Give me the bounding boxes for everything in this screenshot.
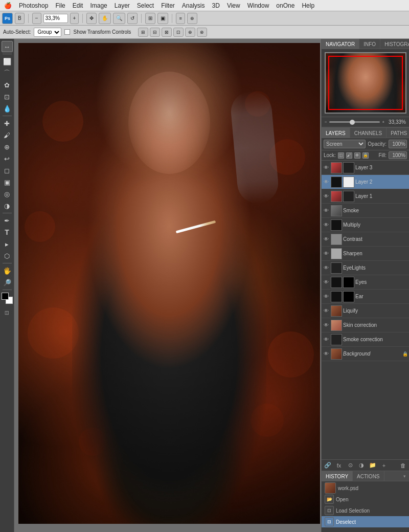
histogram-tab[interactable]: HISTOGRAM bbox=[380, 39, 409, 49]
zoom-thumb[interactable] bbox=[350, 120, 355, 125]
align-top-button[interactable]: ⊡ bbox=[173, 28, 184, 37]
layer-visibility-3[interactable]: 👁 bbox=[323, 164, 330, 171]
zoom-input[interactable]: 33,3% bbox=[43, 14, 68, 23]
crop-tool[interactable]: ⊡ bbox=[2, 91, 13, 102]
gradient-tool[interactable]: ▣ bbox=[2, 176, 13, 188]
layer-row[interactable]: 👁 Contrast bbox=[322, 232, 409, 247]
blur-tool[interactable]: ◎ bbox=[2, 188, 13, 199]
history-item[interactable]: ⊡ Load Selection bbox=[322, 505, 409, 516]
ps-logo-button[interactable]: Ps bbox=[2, 13, 13, 24]
layer-row[interactable]: 👁 Smoke bbox=[322, 204, 409, 218]
eyedropper-tool[interactable]: 💧 bbox=[2, 103, 13, 114]
path-selection-tool[interactable]: ▸ bbox=[2, 238, 13, 250]
layer-visibility-ear[interactable]: 👁 bbox=[323, 293, 330, 300]
hand-tool-button[interactable]: ✋ bbox=[99, 13, 111, 24]
layers-tab[interactable]: LAYERS bbox=[322, 128, 350, 138]
layer-row[interactable]: 👁 Layer 2 bbox=[322, 175, 409, 189]
menu-photoshop[interactable]: Photoshop bbox=[19, 2, 48, 9]
shape-tool[interactable]: ⬡ bbox=[2, 250, 13, 261]
quick-mask-button[interactable]: ◫ bbox=[2, 307, 13, 318]
history-item[interactable]: 📂 Open bbox=[322, 494, 409, 505]
channels-tab[interactable]: CHANNELS bbox=[350, 128, 387, 138]
menu-layer[interactable]: Layer bbox=[115, 2, 130, 9]
layer-visibility-2[interactable]: 👁 bbox=[323, 179, 330, 186]
foreground-color-swatch[interactable] bbox=[2, 293, 9, 300]
lock-position-icon[interactable]: ✥ bbox=[354, 152, 360, 159]
blend-mode-select[interactable]: Screen Normal Multiply Overlay Soft Ligh… bbox=[324, 140, 366, 148]
opacity-input[interactable]: 100% bbox=[389, 140, 407, 148]
layer-row[interactable]: 👁 Layer 3 bbox=[322, 161, 409, 175]
group-layers-button[interactable]: 📁 bbox=[369, 461, 377, 470]
eraser-tool[interactable]: ◻ bbox=[2, 165, 13, 176]
layer-row[interactable]: 👁 Liquify bbox=[322, 304, 409, 318]
menu-filter[interactable]: Filter bbox=[161, 2, 175, 9]
layer-row[interactable]: 👁 Skin correction bbox=[322, 318, 409, 332]
color-swatches[interactable] bbox=[2, 293, 13, 304]
clone-stamp-tool[interactable]: ⊕ bbox=[2, 141, 13, 152]
navigator-tab[interactable]: NAVIGATOR bbox=[322, 39, 359, 49]
lock-transparent-icon[interactable]: ◫ bbox=[338, 152, 344, 159]
dodge-tool[interactable]: ◑ bbox=[2, 200, 13, 211]
layer-row[interactable]: 👁 Multiply bbox=[322, 218, 409, 232]
align-right-button[interactable]: ⊠ bbox=[162, 28, 172, 37]
fill-input[interactable]: 100% bbox=[389, 151, 407, 159]
view-mode-button[interactable]: ⊞ bbox=[145, 13, 155, 24]
align-bottom-button[interactable]: ⊗ bbox=[197, 28, 207, 37]
tool-button-1[interactable]: B bbox=[15, 13, 25, 24]
history-item[interactable]: ⊟ Deselect bbox=[322, 516, 409, 527]
extra-button-1[interactable]: ≡ bbox=[176, 13, 185, 24]
paths-tab[interactable]: PATHS bbox=[387, 128, 409, 138]
menu-help[interactable]: Help bbox=[302, 2, 314, 9]
zoom-in-button[interactable]: + bbox=[70, 13, 79, 24]
lasso-tool[interactable]: ⌒ bbox=[2, 68, 13, 79]
zoom-out-button[interactable]: − bbox=[32, 13, 41, 24]
canvas-image[interactable] bbox=[18, 43, 320, 524]
layer-visibility-eyelights[interactable]: 👁 bbox=[323, 264, 330, 272]
layer-visibility-multiply[interactable]: 👁 bbox=[323, 221, 330, 229]
menu-file[interactable]: File bbox=[55, 2, 65, 9]
layer-mask-button[interactable]: ⊙ bbox=[346, 461, 354, 470]
move-tool-button[interactable]: ✥ bbox=[86, 13, 97, 24]
layer-visibility-eyes[interactable]: 👁 bbox=[323, 279, 330, 286]
move-tool[interactable]: ↔ bbox=[2, 41, 13, 52]
menu-window[interactable]: Window bbox=[247, 2, 269, 9]
brush-tool[interactable]: 🖌 bbox=[2, 129, 13, 141]
layer-style-button[interactable]: fx bbox=[335, 461, 343, 470]
layer-row[interactable]: 👁 Layer 1 bbox=[322, 189, 409, 204]
align-center-button[interactable]: ⊟ bbox=[150, 28, 160, 37]
auto-select-dropdown[interactable]: Group Layer bbox=[34, 28, 61, 37]
history-collapse[interactable]: ▾ bbox=[402, 471, 409, 481]
layer-row[interactable]: 👁 Background 🔒 bbox=[322, 347, 409, 361]
healing-brush-tool[interactable]: ✚ bbox=[2, 118, 13, 129]
rotate-tool-button[interactable]: ↺ bbox=[127, 13, 138, 24]
extra-button-2[interactable]: ⊕ bbox=[187, 13, 197, 24]
quick-select-tool[interactable]: ✿ bbox=[2, 79, 13, 91]
zoom-slider[interactable] bbox=[329, 121, 380, 123]
layer-row[interactable]: 👁 Ear bbox=[322, 290, 409, 304]
transform-checkbox[interactable] bbox=[64, 29, 70, 35]
layer-visibility-sharpen[interactable]: 👁 bbox=[323, 250, 330, 257]
menu-edit[interactable]: Edit bbox=[73, 2, 83, 9]
layer-visibility-liquify[interactable]: 👁 bbox=[323, 307, 330, 315]
layer-row[interactable]: 👁 Smoke correction bbox=[322, 332, 409, 347]
pen-tool[interactable]: ✒ bbox=[2, 215, 13, 226]
apple-menu[interactable]: 🍎 bbox=[4, 2, 12, 9]
screen-mode-button[interactable]: ▣ bbox=[157, 13, 168, 24]
align-middle-button[interactable]: ⊕ bbox=[185, 28, 195, 37]
menu-onone[interactable]: onOne bbox=[276, 2, 294, 9]
menu-image[interactable]: Image bbox=[90, 2, 107, 9]
lock-image-icon[interactable]: 🖌 bbox=[346, 152, 352, 159]
zoom-tool-button[interactable]: 🔍 bbox=[113, 13, 125, 24]
lock-all-icon[interactable]: 🔒 bbox=[362, 152, 369, 159]
history-snapshot[interactable]: work.psd bbox=[322, 482, 409, 494]
layer-visibility-contrast[interactable]: 👁 bbox=[323, 236, 330, 243]
info-tab[interactable]: INFO bbox=[359, 39, 380, 49]
layer-row[interactable]: 👁 EyeLights bbox=[322, 261, 409, 275]
zoom-tool-panel[interactable]: 🔎 bbox=[2, 277, 13, 288]
link-layers-button[interactable]: 🔗 bbox=[324, 461, 332, 470]
actions-tab[interactable]: ACTIONS bbox=[353, 471, 384, 481]
menu-select[interactable]: Select bbox=[137, 2, 154, 9]
layer-visibility-smoke-correction[interactable]: 👁 bbox=[323, 336, 330, 343]
menu-view[interactable]: View bbox=[227, 2, 240, 9]
layer-visibility-skin[interactable]: 👁 bbox=[323, 322, 330, 329]
